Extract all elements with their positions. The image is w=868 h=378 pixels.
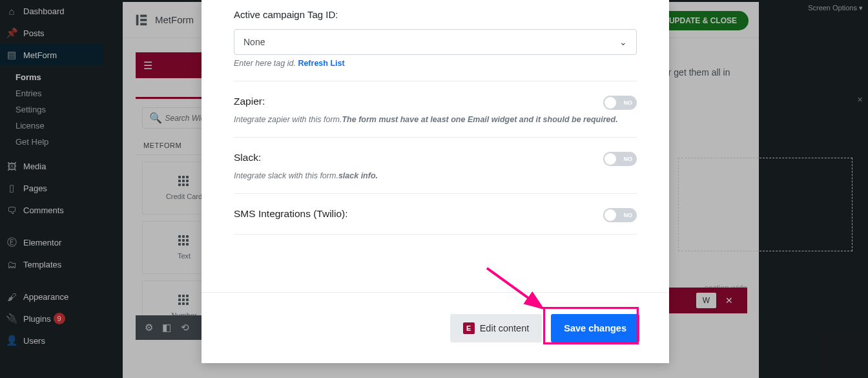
campaign-tag-label: Active campaign Tag ID: bbox=[234, 9, 637, 20]
zapier-title: Zapier: bbox=[234, 96, 637, 107]
modal-footer: EEdit content Save changes bbox=[202, 292, 669, 363]
slack-toggle[interactable]: NO bbox=[603, 152, 637, 166]
slack-title: Slack: bbox=[234, 152, 637, 163]
section-sms: SMS Integrations (Twilio): NO bbox=[234, 193, 637, 235]
edit-content-button[interactable]: EEdit content bbox=[450, 314, 542, 342]
refresh-list-link[interactable]: Refresh List bbox=[298, 59, 344, 68]
section-zapier: Zapier: NO Integrate zapier with this fo… bbox=[234, 81, 637, 124]
zapier-toggle[interactable]: NO bbox=[603, 96, 637, 110]
sms-title: SMS Integrations (Twilio): bbox=[234, 208, 637, 220]
sms-toggle[interactable]: NO bbox=[603, 208, 637, 222]
chevron-down-icon: ⌄ bbox=[619, 37, 627, 47]
campaign-tag-select[interactable]: None ⌄ bbox=[234, 29, 637, 55]
section-slack: Slack: NO Integrate slack with this form… bbox=[234, 137, 637, 180]
select-value: None bbox=[243, 37, 265, 47]
save-changes-button[interactable]: Save changes bbox=[551, 314, 639, 342]
form-settings-modal: Active campaign Tag ID: None ⌄ Enter her… bbox=[202, 0, 669, 363]
elementor-badge-icon: E bbox=[463, 322, 475, 334]
tag-hint: Enter here tag id. Refresh List bbox=[234, 59, 637, 68]
